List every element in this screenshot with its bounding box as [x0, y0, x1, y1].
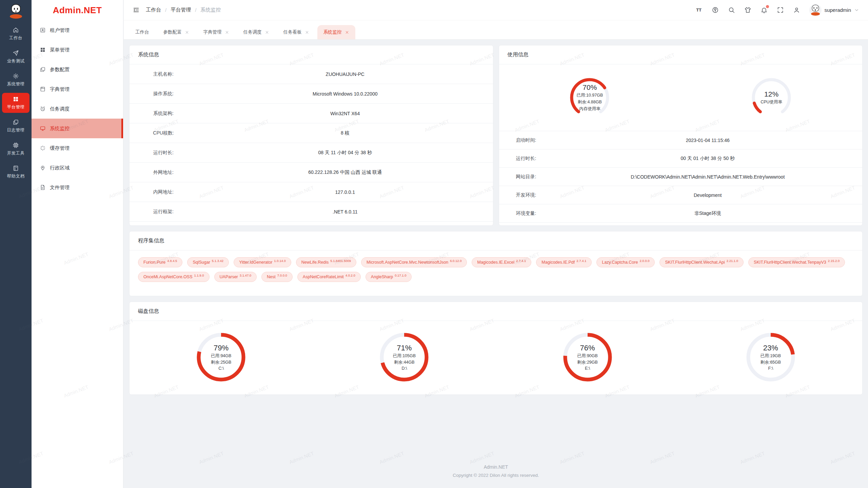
assembly-tag: SKIT.FlurlHttpClient.Wechat.TenpayV3 2.1… — [748, 257, 845, 267]
user-avatar — [809, 4, 822, 16]
user-menu[interactable]: superadmin — [809, 4, 859, 16]
assembly-tag: NewLife.Redis 5.1.8401.5009 — [296, 257, 356, 267]
tab[interactable]: 字典管理 — [197, 25, 235, 39]
sidebar-item-monitor[interactable]: 系统监控 — [32, 119, 123, 138]
table-row: 网站目录: D:\CODEWORK\Admin.NET\Admin.NET\Ad… — [499, 168, 863, 186]
row-value: D:\CODEWORK\Admin.NET\Admin.NET\Admin.NE… — [553, 174, 863, 180]
disk-info-card: 磁盘信息 79% 已用:94GB 剩余:25GB C:\ — [129, 302, 863, 395]
row-label: 运行时长: — [130, 150, 197, 156]
rail-item-workbench[interactable]: 工作台 — [2, 24, 29, 44]
disk-gauges: 79% 已用:94GB 剩余:25GB C:\ 71% — [130, 321, 862, 393]
row-value: 2023-01-04 11:15:46 — [553, 138, 863, 143]
tab[interactable]: 系统监控 — [317, 25, 355, 39]
grid-icon — [13, 96, 19, 102]
close-icon[interactable] — [345, 30, 349, 35]
sidebar-item-dict[interactable]: 字典管理 — [32, 79, 123, 99]
card-title: 程序集信息 — [130, 231, 862, 250]
tab-label: 字典管理 — [203, 29, 222, 35]
gear-icon — [13, 73, 19, 79]
layout-config-icon[interactable] — [712, 6, 719, 14]
app-logo: Admin.NET — [32, 0, 123, 20]
assembly-name: Lazy.Captcha.Core — [602, 260, 638, 265]
tab[interactable]: 参数配置 — [157, 25, 195, 39]
rail-item-platform-mgmt[interactable]: 平台管理 — [2, 93, 29, 113]
close-icon[interactable] — [305, 30, 309, 35]
brand-mascot-avatar[interactable] — [8, 3, 24, 19]
assembly-name: Nest — [267, 274, 276, 279]
gauge-drive: E:\ — [585, 366, 590, 371]
row-value: 非Stage环境 — [553, 210, 863, 217]
assembly-name: SKIT.FlurlHttpClient.Wechat.TenpayV3 — [754, 260, 826, 265]
assembly-tag: Nest 7.0.0.0 — [261, 272, 293, 282]
rail-item-label: 平台管理 — [7, 104, 25, 110]
tab-label: 系统监控 — [323, 29, 342, 35]
sidebar-item-region[interactable]: 行政区域 — [32, 158, 123, 178]
assembly-version: 1.0.14.0 — [274, 259, 285, 263]
font-size-icon[interactable]: TT — [695, 6, 703, 14]
breadcrumb-item[interactable]: 平台管理 — [171, 7, 191, 13]
notification-bell-icon[interactable] — [761, 6, 768, 14]
sidebar-item-tenant[interactable]: 租户管理 — [32, 20, 123, 40]
rail-item-label: 帮助文档 — [7, 174, 25, 179]
assembly-version: 6.0.12.0 — [450, 259, 461, 263]
params-icon — [40, 66, 46, 73]
rail-item-help-docs[interactable]: 帮助文档 — [2, 162, 29, 182]
tab[interactable]: 任务调度 — [237, 25, 275, 39]
rail-item-label: 业务测试 — [7, 58, 25, 64]
sidebar-item-label: 参数配置 — [50, 66, 70, 73]
sidebar-item-label: 菜单管理 — [50, 47, 70, 53]
sidebar-item-menu[interactable]: 菜单管理 — [32, 40, 123, 60]
sidebar-item-schedule[interactable]: 任务调度 — [32, 99, 123, 119]
assembly-tag: SKIT.FlurlHttpClient.Wechat.Api 2.21.1.0 — [659, 257, 744, 267]
assembly-tag: Yitter.IdGenerator 1.0.14.0 — [234, 257, 291, 267]
row-value: Development — [553, 192, 863, 198]
sidebar-item-params[interactable]: 参数配置 — [32, 60, 123, 79]
book-icon — [13, 165, 19, 171]
row-label: 开发环境: — [499, 192, 553, 198]
cpu-usage-gauge: 12% CPU使用率 — [750, 77, 792, 119]
gauge-percent: 71% — [397, 344, 412, 352]
rail-item-dev-tools[interactable]: 开发工具 — [2, 139, 29, 159]
close-icon[interactable] — [265, 30, 269, 35]
tab-label: 参数配置 — [163, 29, 182, 35]
assembly-tag: UAParser 3.1.47.0 — [214, 272, 257, 282]
theme-skin-icon[interactable] — [744, 6, 751, 14]
footer-brand: Admin.NET — [129, 464, 863, 470]
assembly-version: 4.8.4.5 — [167, 259, 177, 263]
sidebar-item-label: 缓存管理 — [50, 145, 70, 151]
search-icon[interactable] — [728, 6, 735, 14]
gauge-used: 已用:19GB — [761, 353, 781, 359]
table-row: 操作系统: Microsoft Windows 10.0.22000 — [130, 84, 493, 104]
rail-item-log-mgmt[interactable]: 日志管理 — [2, 116, 29, 136]
topbar: 工作台 / 平台管理 / 系统监控 TT — [124, 0, 868, 20]
row-label: CPU核数: — [130, 130, 197, 136]
tab[interactable]: 工作台 — [129, 25, 155, 39]
close-icon[interactable] — [185, 30, 189, 35]
sidebar-item-cache[interactable]: 缓存管理 — [32, 138, 123, 158]
rail-item-business-test[interactable]: 业务测试 — [2, 47, 29, 67]
gauge-drive: C:\ — [218, 366, 224, 371]
close-icon[interactable] — [225, 30, 229, 35]
sidebar-item-label: 租户管理 — [50, 27, 70, 34]
row-label: 主机名称: — [130, 71, 197, 77]
rail-item-label: 开发工具 — [7, 150, 25, 156]
tab-label: 任务调度 — [243, 29, 262, 35]
breadcrumb-item[interactable]: 工作台 — [146, 7, 161, 13]
tab[interactable]: 任务看板 — [277, 25, 315, 39]
row-label: 运行框架: — [130, 209, 197, 215]
logs-icon — [13, 119, 19, 125]
assembly-version: 2.15.2.0 — [828, 259, 840, 263]
user-profile-icon[interactable] — [793, 6, 800, 14]
row-value: 8 核 — [197, 130, 493, 136]
rail-item-system-mgmt[interactable]: 系统管理 — [2, 70, 29, 90]
chevron-down-icon — [854, 7, 859, 13]
assembly-name: OnceMi.AspNetCore.OSS — [143, 274, 193, 279]
breadcrumb-item-current: 系统监控 — [200, 7, 221, 13]
assembly-name: Magicodes.IE.Excel — [477, 260, 514, 265]
sidebar-item-file[interactable]: 文件管理 — [32, 178, 123, 197]
app-sidebar: Admin.NET 租户管理 菜单管理 参数配置 字典管理 任务调度 系统监控 … — [32, 0, 123, 488]
fullscreen-icon[interactable] — [777, 6, 784, 14]
disk-usage-gauge: 79% 已用:94GB 剩余:25GB C:\ — [195, 331, 248, 384]
assembly-version: 2.7.4.1 — [516, 259, 526, 263]
collapse-sidebar-button[interactable] — [133, 6, 140, 14]
